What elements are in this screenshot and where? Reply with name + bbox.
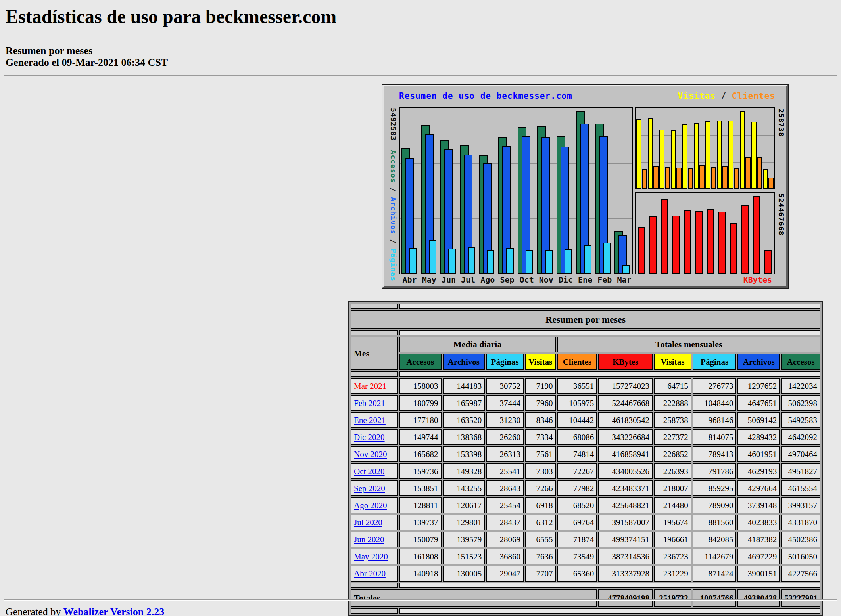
bar-kbytes-dic [730,223,737,274]
value-cell: 4023833 [737,515,780,530]
month-link[interactable]: Jun 2020 [354,535,384,544]
value-cell: 65360 [557,566,597,582]
value-cell: 130005 [443,566,485,582]
usage-summary-chart: Resumen de uso de beckmesser.com Visitas… [382,85,788,288]
table-row: Jul 202013973712980128437631269764391587… [351,515,820,530]
value-cell: 3993157 [781,497,820,513]
value-cell: 236723 [654,549,691,564]
value-cell: 25541 [486,463,524,479]
month-link[interactable]: Oct 2020 [354,467,385,476]
month-link[interactable]: Feb 2021 [354,398,385,408]
value-cell: 6312 [525,515,556,530]
bottom-divider [4,599,837,601]
bar-clientes-ago [688,168,693,189]
value-cell: 423483371 [598,480,653,496]
value-cell: 6555 [525,532,556,547]
value-cell: 74814 [557,446,597,462]
value-cell: 231229 [654,566,691,582]
month-label: Feb [595,275,614,285]
bar-clientes-may [653,166,659,189]
month-label: Ago [478,275,497,285]
value-cell: 7561 [525,446,556,462]
month-link[interactable]: Jul 2020 [354,518,382,527]
value-cell: 28437 [486,515,524,530]
value-cell: 425648821 [598,497,653,513]
month-label: Sep [497,275,517,285]
month-link[interactable]: Abr 2020 [354,569,386,578]
value-cell: 218007 [654,480,691,496]
table-row: Jun 202015007913957928069655571874499374… [351,532,820,547]
bar-visitas-may [648,118,653,189]
month-link[interactable]: Dic 2020 [354,432,385,442]
value-cell: 313337928 [598,566,653,582]
value-cell: 30752 [486,378,524,394]
value-cell: 4601951 [737,446,780,462]
value-cell: 7266 [525,480,556,496]
value-cell: 8346 [525,412,556,428]
value-cell: 26260 [486,429,524,445]
page-title: Estadísticas de uso para beckmesser.com [6,6,835,27]
month-cell: Sep 2020 [351,480,398,496]
value-cell: 4289432 [737,429,780,445]
month-axis-labels: AbrMayJunJulAgoSepOctNovDicEneFebMar [400,275,634,285]
bar-clientes-dic [734,168,739,189]
bar-paginas-oct [526,250,533,274]
chart-title: Resumen de uso de beckmesser.com [399,91,572,101]
bar-clientes-mar [768,178,774,189]
month-cell: Ene 2021 [351,412,398,428]
month-link[interactable]: Nov 2020 [354,450,387,459]
value-cell: 195674 [654,515,691,530]
content-column: Resumen de uso de beckmesser.com Visitas… [348,85,828,616]
bar-kbytes-may [649,216,657,274]
value-cell: 1297652 [737,378,780,394]
value-cell: 5062398 [781,395,820,411]
bar-paginas-may [429,240,436,274]
value-cell: 153398 [443,446,485,462]
monthly-totals-group-header: Totales mensuales [557,337,820,352]
month-link[interactable]: Sep 2020 [354,484,385,493]
bar-kbytes-abr [638,227,645,274]
column-header-row: AccesosArchivosPáginasVisitasClientesKBy… [351,354,820,370]
month-label: Abr [400,275,419,285]
value-cell: 140918 [399,566,442,582]
bar-visitas-jun [659,130,664,189]
month-label: Jun [439,275,458,285]
bar-visitas-feb [751,122,757,189]
column-header-files: Archivos [443,354,485,370]
value-cell: 6918 [525,497,556,513]
bar-clientes-sep [699,165,705,189]
value-cell: 28643 [486,480,524,496]
month-label: Nov [536,275,556,285]
bar-visitas-nov [717,121,722,189]
value-cell: 77982 [557,480,597,496]
value-cell: 416858941 [598,446,653,462]
month-cell: Jul 2020 [351,515,398,530]
table-row: Dic 202014974413836826260733468086343226… [351,429,820,445]
table-caption: Resumen por meses [351,310,820,329]
table-row: Nov 202016568215339826313756174814416858… [351,446,820,462]
month-link[interactable]: Ene 2021 [354,415,386,425]
value-cell: 226393 [654,463,691,479]
value-cell: 165987 [443,395,485,411]
month-link[interactable]: May 2020 [354,552,388,561]
value-cell: 461830542 [598,412,653,428]
bar-paginas-dic [565,249,572,274]
column-header-hits: Accesos [399,354,442,370]
month-link[interactable]: Ago 2020 [354,501,387,510]
value-cell: 37444 [486,395,524,411]
webalizer-version-link[interactable]: Webalizer Version 2.23 [63,606,164,616]
value-cell: 165682 [399,446,442,462]
bar-paginas-feb [603,243,611,274]
value-cell: 64715 [654,378,691,394]
value-cell: 153851 [399,480,442,496]
value-cell: 968146 [693,412,737,428]
hits-files-pages-panel [399,107,633,274]
footer-text: Generated by [6,606,63,616]
column-header-hits: Accesos [781,354,820,370]
value-cell: 139579 [443,532,485,547]
table-row: Ago 202012881112061725454691868520425648… [351,497,820,513]
value-cell: 343226684 [598,429,653,445]
column-header-pages: Páginas [486,354,524,370]
month-cell: Abr 2020 [351,566,398,582]
month-link[interactable]: Mar 2021 [354,381,386,391]
